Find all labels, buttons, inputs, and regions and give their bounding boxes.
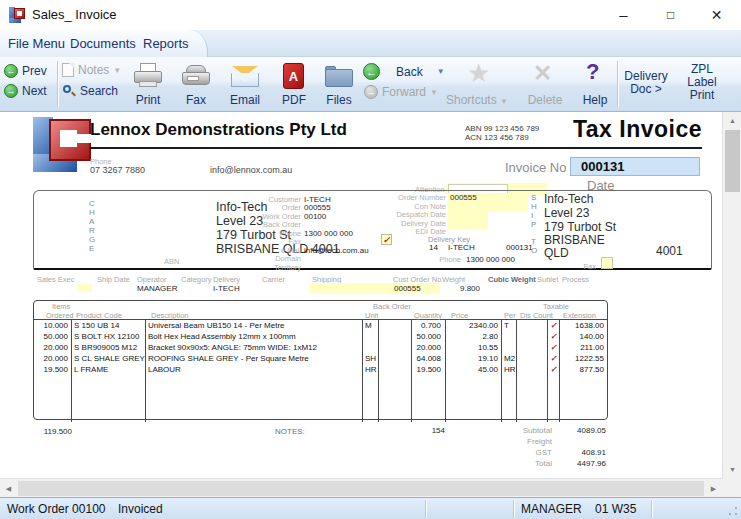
- files-button[interactable]: [325, 66, 353, 88]
- item-row[interactable]: 50.000S BOLT HX 12100Bolt Hex Head Assem…: [34, 331, 607, 342]
- col-price: Price: [451, 311, 468, 320]
- charge-ship-box: C H A R G E Info-Tech Level 23 179 Turbo…: [33, 190, 712, 270]
- charge-letter: H: [89, 208, 95, 217]
- item-row[interactable]: 20.000S CL SHALE GREYROOFING SHALE GREY …: [34, 353, 607, 364]
- charge-detail-row: e Mailinfo@tech.com.au: [184, 247, 429, 255]
- help-question-icon: ?: [586, 59, 599, 84]
- scroll-right-button[interactable]: ▶: [705, 479, 722, 498]
- cubic-weight-label: Cubic Weight: [488, 275, 536, 284]
- shortcuts-label[interactable]: Shortcuts ▼: [443, 93, 511, 107]
- ship-date-field[interactable]: [78, 284, 92, 292]
- zpl-label-print-button[interactable]: ZPL Label Print: [676, 63, 728, 102]
- process-label: Process: [562, 275, 589, 284]
- horizontal-scrollbar[interactable]: ◀ ▶: [0, 478, 722, 497]
- back-button[interactable]: ← Back ▼: [363, 63, 445, 80]
- ship-fax-label: Fax: [564, 262, 596, 271]
- invoice-no-field[interactable]: 000131: [570, 157, 700, 176]
- forward-arrow-icon: →: [364, 85, 378, 99]
- menu-bar: File Menu Documents Reports: [0, 30, 741, 57]
- shortcuts-star-icon: ★: [467, 58, 490, 88]
- ship-address-line: Info-Tech: [544, 192, 593, 206]
- maximize-button[interactable]: □: [648, 0, 693, 30]
- minimize-button[interactable]: –: [601, 0, 646, 30]
- group-taxable: Taxable: [543, 302, 569, 311]
- ship-address-line: BRISBANE: [544, 233, 605, 247]
- pdf-button[interactable]: A: [283, 63, 304, 89]
- sales-exec-label: Sales Exec: [37, 275, 75, 284]
- help-button[interactable]: ?: [586, 60, 599, 84]
- ordered-total: 119.500: [30, 427, 72, 436]
- fax-label[interactable]: Fax: [178, 93, 214, 107]
- pdf-icon: A: [283, 63, 304, 89]
- company-logo: [33, 117, 95, 172]
- company-acn: ACN 123 456 789: [465, 133, 529, 142]
- ship-postcode: 4001: [656, 244, 683, 258]
- prev-button[interactable]: ← Prev: [4, 64, 47, 78]
- delivery-date-field[interactable]: [448, 219, 488, 229]
- horizontal-scroll-thumb[interactable]: [18, 481, 704, 496]
- email-label[interactable]: Email: [225, 93, 265, 107]
- menu-reports[interactable]: Reports: [143, 30, 189, 57]
- resize-grip[interactable]: [728, 506, 738, 516]
- col-unit: Unit: [365, 311, 378, 320]
- email-button[interactable]: [231, 66, 259, 88]
- item-row[interactable]: 20.000S BR909005 M12Bracket 90x90x5: ANG…: [34, 342, 607, 353]
- status-session: 01 W35: [595, 502, 636, 516]
- app-icon: [9, 7, 25, 23]
- notes-button[interactable]: Notes ▼: [62, 63, 121, 77]
- ship-letter: I: [531, 211, 533, 220]
- col-description: Description: [151, 311, 189, 320]
- group-items: Items: [52, 302, 70, 311]
- delete-label[interactable]: Delete: [520, 93, 570, 107]
- forward-button[interactable]: → Forward ▼: [364, 85, 438, 99]
- close-button[interactable]: ✕: [694, 0, 739, 30]
- menu-documents[interactable]: Documents: [70, 30, 136, 57]
- operator-label: Operator: [137, 275, 167, 284]
- gst-value: 408.91: [536, 448, 606, 457]
- ship-fax-field[interactable]: [601, 257, 613, 269]
- scroll-up-button[interactable]: ▲: [723, 112, 741, 129]
- group-back-order: Back Order: [373, 302, 411, 311]
- col-ordered: Ordered: [46, 311, 74, 320]
- carrier-label: Carrier: [262, 275, 285, 284]
- company-email: info@lennox.com.au: [210, 165, 292, 175]
- delivery-key-name: I-TECH: [448, 243, 475, 252]
- status-bar: Work Order 00100 Invoiced MANAGER 01 W35: [0, 497, 741, 519]
- item-row[interactable]: 19.500L FRAMELABOURHR19.50045.00HR✓877.5…: [34, 364, 607, 375]
- cust-order-field[interactable]: 000555: [392, 283, 440, 294]
- scrollbar-corner: [722, 478, 741, 497]
- print-button[interactable]: [134, 63, 162, 89]
- files-label[interactable]: Files: [320, 93, 358, 107]
- charge-letter: C: [89, 199, 95, 208]
- next-arrow-icon: →: [4, 84, 18, 98]
- scroll-left-button[interactable]: ◀: [0, 479, 17, 498]
- weight-label: Weight: [442, 275, 465, 284]
- delivery-doc-button[interactable]: Delivery Doc >: [621, 70, 671, 96]
- pdf-label[interactable]: PDF: [274, 93, 314, 107]
- help-label[interactable]: Help: [572, 93, 618, 107]
- vertical-scrollbar[interactable]: ▲ ▼: [722, 112, 741, 478]
- status-divider: [425, 500, 426, 518]
- sublet-label: Sublet: [537, 275, 558, 284]
- search-button[interactable]: Search: [62, 84, 118, 98]
- shortcuts-button[interactable]: ★: [467, 60, 490, 86]
- taxable-check: ✓: [548, 342, 560, 353]
- status-state: Invoiced: [118, 502, 163, 516]
- menu-file[interactable]: File Menu: [8, 30, 65, 57]
- delete-button[interactable]: ✕: [533, 61, 552, 85]
- item-row[interactable]: 10.000S 150 UB 14Universal Beam UB150 14…: [34, 320, 607, 331]
- vertical-scroll-thumb[interactable]: [725, 130, 740, 192]
- print-label[interactable]: Print: [128, 93, 168, 107]
- fax-button[interactable]: [182, 65, 210, 89]
- empty-rows: [34, 375, 607, 422]
- ship-letter: T: [531, 237, 536, 246]
- col-per: Per: [504, 311, 516, 320]
- col-quantity: Quantity: [414, 311, 442, 320]
- next-button[interactable]: → Next: [4, 84, 47, 98]
- company-abn: ABN 99 123 456 789: [465, 124, 539, 133]
- scroll-down-button[interactable]: ▼: [723, 461, 741, 478]
- taxable-check: ✓: [548, 353, 560, 364]
- items-table: Items Back Order Taxable Ordered Product…: [33, 300, 608, 420]
- col-discount: Dis Count: [520, 311, 553, 320]
- charge-letter: G: [89, 235, 95, 244]
